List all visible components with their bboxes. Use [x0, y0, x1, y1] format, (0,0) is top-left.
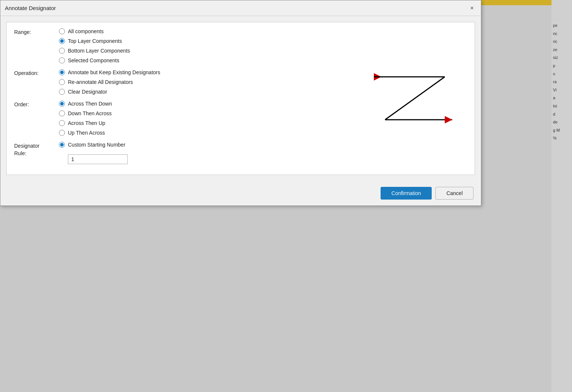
designator-rule-group: Designator Rule: Custom Starting Number: [14, 142, 355, 164]
order-group: Order: Across Then Down Down Then Across…: [14, 101, 355, 136]
preview-section: [363, 28, 467, 167]
form-section: Range: All components Top Layer Componen…: [14, 28, 355, 167]
op-clear-radio[interactable]: [59, 89, 65, 95]
operation-options: Annotate but Keep Existing Designators R…: [59, 69, 160, 95]
range-options: All components Top Layer Components Bott…: [59, 28, 130, 63]
op-reannotate-radio[interactable]: [59, 79, 65, 85]
range-all-label: All components: [68, 28, 104, 34]
range-bottom-label: Bottom Layer Components: [68, 48, 130, 54]
order-across-down-option[interactable]: Across Then Down: [59, 101, 112, 107]
dialog-title: Annotate Designator: [5, 5, 56, 11]
side-text-8: ra: [553, 79, 571, 85]
order-across-up-radio[interactable]: [59, 120, 65, 126]
op-reannotate-label: Re-annotate All Designators: [68, 79, 133, 85]
order-across-down-label: Across Then Down: [68, 101, 112, 107]
custom-starting-number-input[interactable]: [68, 154, 128, 164]
range-label: Range:: [14, 28, 59, 35]
title-bar: Annotate Designator ×: [0, 0, 481, 16]
range-all-option[interactable]: All components: [59, 28, 130, 34]
side-text-10: a: [553, 95, 571, 101]
operation-label: Operation:: [14, 69, 59, 76]
side-text-9: Vi: [553, 87, 571, 94]
rule-custom-label: Custom Starting Number: [68, 142, 125, 148]
side-text-1: pe: [553, 22, 571, 29]
order-options: Across Then Down Down Then Across Across…: [59, 101, 112, 136]
order-down-across-label: Down Then Across: [68, 110, 112, 116]
range-top-label: Top Layer Components: [68, 38, 122, 44]
op-annotate-keep-label: Annotate but Keep Existing Designators: [68, 69, 160, 75]
confirmation-button[interactable]: Confirmation: [381, 187, 432, 200]
range-bottom-radio[interactable]: [59, 48, 65, 54]
op-annotate-keep-radio[interactable]: [59, 69, 65, 75]
side-text-5: siz: [553, 54, 571, 61]
z-pattern-preview: [370, 56, 460, 139]
cancel-button[interactable]: Cancel: [435, 187, 473, 200]
order-across-down-radio[interactable]: [59, 101, 65, 107]
designator-rule-label: Designator Rule:: [14, 142, 59, 157]
close-button[interactable]: ×: [468, 4, 476, 13]
side-text-11: tsi: [553, 103, 571, 110]
order-down-across-option[interactable]: Down Then Across: [59, 110, 112, 116]
order-across-up-label: Across Then Up: [68, 120, 105, 126]
diagonal-line: [385, 77, 445, 120]
rule-custom-radio[interactable]: [59, 142, 65, 148]
side-text-13: de: [553, 119, 571, 126]
order-down-across-radio[interactable]: [59, 110, 65, 116]
range-selected-radio[interactable]: [59, 57, 65, 63]
order-across-up-option[interactable]: Across Then Up: [59, 120, 112, 126]
range-selected-label: Selected Components: [68, 57, 119, 63]
range-bottom-option[interactable]: Bottom Layer Components: [59, 48, 130, 54]
bottom-arrow-head: [445, 116, 452, 123]
op-clear-label: Clear Designator: [68, 89, 107, 95]
order-up-across-radio[interactable]: [59, 130, 65, 136]
side-text-7: n: [553, 71, 571, 78]
dialog-body: Range: All components Top Layer Componen…: [6, 22, 475, 175]
range-selected-option[interactable]: Selected Components: [59, 57, 130, 63]
op-annotate-keep-option[interactable]: Annotate but Keep Existing Designators: [59, 69, 160, 75]
order-up-across-label: Up Then Across: [68, 130, 105, 136]
side-text-3: ric: [553, 38, 571, 45]
annotate-designator-dialog: Annotate Designator × Range: All compone…: [0, 0, 481, 206]
dialog-footer: Confirmation Cancel: [0, 181, 481, 206]
side-text-2: ric: [553, 31, 571, 37]
order-up-across-option[interactable]: Up Then Across: [59, 130, 112, 136]
side-text-6: p: [553, 63, 571, 69]
side-text-4: ze: [553, 47, 571, 53]
range-group: Range: All components Top Layer Componen…: [14, 28, 355, 63]
range-top-radio[interactable]: [59, 38, 65, 44]
z-pattern-svg: [370, 56, 460, 138]
op-reannotate-option[interactable]: Re-annotate All Designators: [59, 79, 160, 85]
side-text-12: d: [553, 111, 571, 118]
side-panel: pe ric ric ze siz p n ra Vi a tsi d de g…: [551, 0, 572, 392]
side-text-14: g M: [553, 127, 571, 134]
designator-rule-options: Custom Starting Number: [59, 142, 128, 164]
side-text-15: %: [553, 135, 571, 142]
range-all-radio[interactable]: [59, 28, 65, 34]
operation-group: Operation: Annotate but Keep Existing De…: [14, 69, 355, 95]
rule-custom-option[interactable]: Custom Starting Number: [59, 142, 128, 148]
order-label: Order:: [14, 101, 59, 107]
range-top-option[interactable]: Top Layer Components: [59, 38, 130, 44]
op-clear-option[interactable]: Clear Designator: [59, 89, 160, 95]
